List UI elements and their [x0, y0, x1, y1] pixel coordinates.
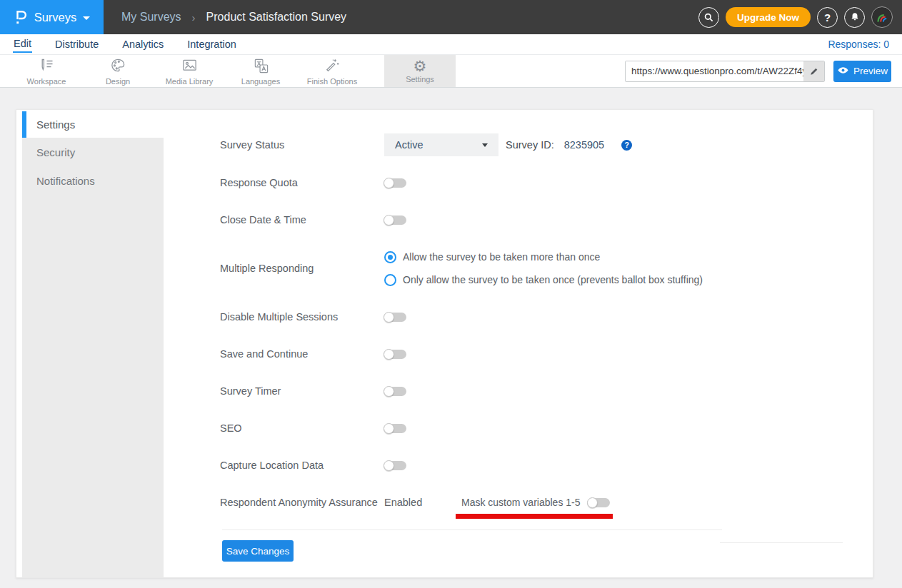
multiple-responding-row: Multiple Responding Allow the survey to …	[220, 249, 873, 288]
survey-timer-toggle[interactable]	[384, 387, 406, 396]
response-quota-row: Response Quota	[220, 176, 873, 190]
toggle-knob	[384, 386, 394, 397]
seo-row: SEO	[220, 421, 873, 435]
save-and-continue-row: Save and Continue	[220, 347, 873, 361]
mask-custom-variables-label: Mask custom variables 1-5	[461, 497, 588, 508]
toolbar-item-workspace[interactable]: Workspace	[11, 55, 82, 87]
tab-distribute[interactable]: Distribute	[54, 36, 99, 52]
settings-form: Survey Status Active Survey ID: 8235905 …	[164, 110, 873, 577]
upgrade-now-button[interactable]: Upgrade Now	[726, 7, 811, 27]
toolbar-item-media-library[interactable]: Media Library	[154, 55, 225, 87]
search-icon[interactable]	[698, 7, 719, 28]
multiple-responding-options: Allow the survey to be taken more than o…	[384, 249, 703, 288]
chevron-down-icon	[482, 143, 488, 147]
survey-id-group: Survey ID: 8235905 ?	[506, 139, 632, 151]
sidebar-item-security[interactable]: Security	[22, 138, 164, 166]
sidebar-item-notifications[interactable]: Notifications	[22, 166, 164, 195]
workspace-icon	[37, 57, 56, 76]
survey-id-label: Survey ID:	[506, 139, 554, 151]
toolbar-item-languages[interactable]: Languages	[225, 55, 296, 87]
seo-toggle[interactable]	[384, 424, 406, 433]
user-avatar[interactable]	[871, 6, 893, 28]
sidebar-item-label: Security	[36, 146, 75, 158]
edit-toolbar: Workspace Design Media Library	[0, 55, 902, 88]
toolbar-item-design[interactable]: Design	[82, 55, 154, 87]
radio-option-label: Allow the survey to be taken more than o…	[403, 251, 600, 263]
red-annotation-underline	[456, 514, 613, 519]
toolbar-item-label: Finish Options	[307, 77, 357, 86]
gear-icon: ⚙	[414, 59, 427, 74]
form-divider	[222, 529, 722, 530]
close-date-toggle[interactable]	[384, 216, 406, 225]
radio-dot	[388, 255, 393, 260]
toggle-knob	[384, 460, 394, 471]
survey-timer-label: Survey Timer	[220, 385, 384, 397]
toggle-knob	[384, 349, 394, 360]
capture-location-toggle[interactable]	[384, 461, 406, 470]
survey-timer-row: Survey Timer	[220, 384, 873, 398]
response-quota-label: Response Quota	[220, 177, 384, 188]
settings-card: Settings Security Notifications Survey S…	[16, 109, 873, 578]
preview-button[interactable]: Preview	[833, 61, 891, 82]
survey-status-dropdown[interactable]: Active	[384, 133, 498, 156]
capture-location-label: Capture Location Data	[220, 460, 384, 471]
survey-url-value[interactable]: https://www.questionpro.com/t/AW22Zf4yM	[626, 61, 803, 81]
tab-analytics[interactable]: Analytics	[121, 36, 164, 52]
toggle-knob	[384, 423, 394, 434]
save-changes-button[interactable]: Save Changes	[222, 540, 294, 562]
edit-url-pencil-icon[interactable]	[803, 61, 824, 81]
secondary-divider	[720, 542, 843, 543]
close-date-label: Close Date & Time	[220, 214, 384, 225]
disable-multiple-sessions-toggle[interactable]	[384, 313, 406, 322]
breadcrumb: My Surveys › Product Satisfaction Survey	[121, 0, 346, 34]
sidebar-item-settings[interactable]: Settings	[22, 111, 164, 138]
product-switcher[interactable]: Surveys	[0, 0, 104, 34]
breadcrumb-separator: ›	[192, 11, 196, 24]
preview-label: Preview	[853, 66, 888, 76]
save-and-continue-toggle[interactable]	[384, 350, 406, 359]
sidebar-item-label: Notifications	[36, 175, 95, 187]
breadcrumb-my-surveys[interactable]: My Surveys	[121, 11, 181, 24]
top-header: Surveys My Surveys › Product Satisfactio…	[0, 0, 902, 34]
radio-selected-icon[interactable]	[384, 251, 396, 263]
help-badge-icon[interactable]: ?	[621, 140, 632, 151]
questionpro-logo-icon	[14, 9, 28, 25]
disable-multiple-sessions-row: Disable Multiple Sessions	[220, 310, 873, 324]
multiple-responding-label: Multiple Responding	[220, 263, 384, 274]
settings-page: Settings Security Notifications Survey S…	[0, 88, 902, 588]
response-quota-toggle[interactable]	[384, 178, 406, 188]
toolbar-item-label: Settings	[406, 75, 434, 83]
radio-unselected-icon[interactable]	[384, 274, 396, 286]
toggle-knob	[384, 215, 394, 225]
radio-option-once-only[interactable]: Only allow the survey to be taken once (…	[384, 272, 703, 288]
toolbar-item-finish-options[interactable]: Finish Options	[296, 55, 368, 87]
survey-status-row: Survey Status Active Survey ID: 8235905 …	[220, 133, 873, 156]
close-date-row: Close Date & Time	[220, 213, 873, 227]
toolbar-item-label: Workspace	[27, 77, 66, 86]
tab-edit[interactable]: Edit	[13, 36, 32, 53]
eye-icon	[837, 66, 849, 77]
toggle-knob	[587, 497, 598, 508]
help-icon[interactable]: ?	[817, 7, 838, 28]
respondent-anonymity-row: Respondent Anonymity Assurance Enabled M…	[220, 495, 873, 510]
settings-sidebar: Settings Security Notifications	[22, 110, 164, 577]
toolbar-item-settings[interactable]: ⚙ Settings	[384, 55, 456, 87]
toggle-knob	[384, 312, 394, 323]
survey-status-label: Survey Status	[220, 139, 384, 151]
radio-option-label: Only allow the survey to be taken once (…	[403, 274, 703, 285]
anonymity-status-text: Enabled	[384, 497, 461, 508]
radio-option-multiple-allowed[interactable]: Allow the survey to be taken more than o…	[384, 249, 703, 265]
tab-integration[interactable]: Integration	[186, 36, 237, 52]
chevron-down-icon	[83, 16, 90, 20]
respondent-anonymity-label: Respondent Anonymity Assurance	[220, 497, 384, 508]
capture-location-row: Capture Location Data	[220, 458, 873, 472]
translate-icon	[252, 57, 270, 76]
notifications-bell-icon[interactable]	[844, 7, 865, 28]
mask-custom-variables-toggle[interactable]	[588, 498, 610, 507]
responses-count[interactable]: Responses: 0	[828, 39, 889, 50]
survey-id-value: 8235905	[564, 139, 604, 151]
survey-url-field[interactable]: https://www.questionpro.com/t/AW22Zf4yM	[625, 61, 825, 82]
toolbar-item-label: Languages	[241, 77, 280, 86]
product-name: Surveys	[34, 11, 77, 24]
magic-wand-icon	[324, 57, 341, 76]
